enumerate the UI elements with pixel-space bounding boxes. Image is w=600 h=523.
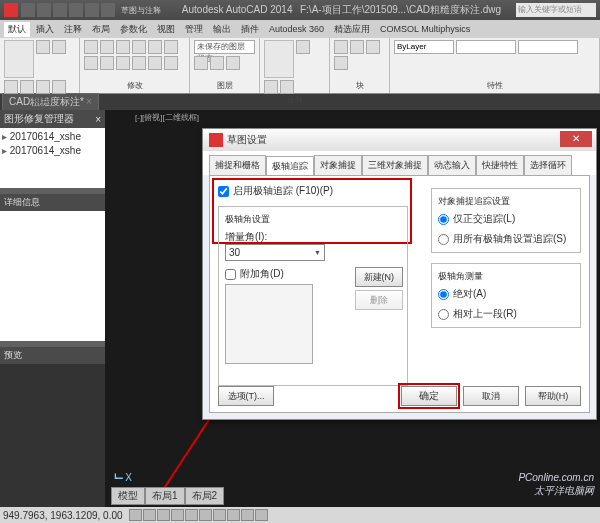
- tab-default[interactable]: 默认: [4, 22, 30, 37]
- tab-model[interactable]: 模型: [111, 487, 145, 505]
- tab-insert[interactable]: 插入: [32, 22, 58, 37]
- sc-toggle[interactable]: [255, 509, 268, 521]
- modify-icon[interactable]: [132, 40, 146, 54]
- dialog-titlebar[interactable]: 草图设置 ✕: [203, 129, 596, 151]
- qat-open-icon[interactable]: [37, 3, 51, 17]
- block-icon[interactable]: [366, 40, 380, 54]
- workspace-label[interactable]: 草图与注释: [121, 5, 161, 16]
- qp-toggle[interactable]: [241, 509, 254, 521]
- palette-header[interactable]: 图形修复管理器×: [0, 110, 105, 128]
- tab-output[interactable]: 输出: [209, 22, 235, 37]
- draw-icon[interactable]: [20, 80, 34, 94]
- tab-layout[interactable]: 布局: [88, 22, 114, 37]
- close-icon[interactable]: ✕: [560, 131, 592, 147]
- block-icon[interactable]: [350, 40, 364, 54]
- close-icon[interactable]: ×: [86, 96, 92, 107]
- tab-snap-grid[interactable]: 捕捉和栅格: [209, 155, 266, 175]
- qat-new-icon[interactable]: [21, 3, 35, 17]
- viewport-label[interactable]: [-][俯视][二维线框]: [135, 112, 199, 123]
- help-button[interactable]: 帮助(H): [525, 386, 581, 406]
- qat-redo-icon[interactable]: [85, 3, 99, 17]
- anno-icon[interactable]: [280, 80, 294, 94]
- tab-polar-tracking[interactable]: 极轴追踪: [266, 156, 314, 176]
- help-search-input[interactable]: 输入关键字或短语: [516, 3, 596, 17]
- dyn-toggle[interactable]: [213, 509, 226, 521]
- anno-icon[interactable]: [264, 80, 278, 94]
- layer-icon[interactable]: [226, 56, 240, 70]
- absolute-radio[interactable]: 绝对(A): [438, 287, 574, 301]
- group-legend: 极轴角测量: [438, 270, 574, 283]
- tree-node[interactable]: 20170614_xshe: [2, 144, 103, 158]
- recovery-tree[interactable]: 20170614_xshe 20170614_xshe: [0, 128, 105, 188]
- bylayer-lt-combo[interactable]: [518, 40, 578, 54]
- draw-icon[interactable]: [36, 80, 50, 94]
- draw-icon[interactable]: [52, 40, 66, 54]
- tab-quick-props[interactable]: 快捷特性: [476, 155, 524, 175]
- modify-icon[interactable]: [84, 40, 98, 54]
- text-button[interactable]: [264, 40, 294, 78]
- cancel-button[interactable]: 取消: [463, 386, 519, 406]
- enable-polar-input[interactable]: [218, 186, 229, 197]
- tab-addins[interactable]: 插件: [237, 22, 263, 37]
- tab-layout2[interactable]: 布局2: [185, 487, 225, 505]
- tab-3d-osnap[interactable]: 三维对象捕捉: [362, 155, 428, 175]
- modify-icon[interactable]: [148, 40, 162, 54]
- modify-icon[interactable]: [100, 56, 114, 70]
- bylayer-lw-combo[interactable]: [456, 40, 516, 54]
- modify-icon[interactable]: [116, 56, 130, 70]
- app-icon[interactable]: [4, 3, 18, 17]
- modify-icon[interactable]: [116, 40, 130, 54]
- modify-icon[interactable]: [100, 40, 114, 54]
- qat-undo-icon[interactable]: [69, 3, 83, 17]
- qat-save-icon[interactable]: [53, 3, 67, 17]
- close-icon[interactable]: ×: [95, 114, 101, 125]
- draw-icon[interactable]: [52, 80, 66, 94]
- draw-icon[interactable]: [36, 40, 50, 54]
- polar-toggle[interactable]: [171, 509, 184, 521]
- increment-combo[interactable]: 30 ▼: [225, 244, 325, 261]
- modify-icon[interactable]: [148, 56, 162, 70]
- osnap-toggle[interactable]: [185, 509, 198, 521]
- tab-dyn-input[interactable]: 动态输入: [428, 155, 476, 175]
- ortho-toggle[interactable]: [157, 509, 170, 521]
- tree-node[interactable]: 20170614_xshe: [2, 130, 103, 144]
- angles-listbox[interactable]: [225, 284, 313, 364]
- anno-icon[interactable]: [296, 40, 310, 54]
- relative-radio[interactable]: 相对上一段(R): [438, 307, 574, 321]
- coords-readout[interactable]: 949.7963, 1963.1209, 0.00: [3, 510, 123, 521]
- lwt-toggle[interactable]: [227, 509, 240, 521]
- tab-view[interactable]: 视图: [153, 22, 179, 37]
- modify-icon[interactable]: [132, 56, 146, 70]
- ucs-icon[interactable]: ┗━ X: [113, 472, 132, 483]
- options-button[interactable]: 选项(T)...: [218, 386, 274, 406]
- tab-a360[interactable]: Autodesk 360: [265, 23, 328, 35]
- ok-button[interactable]: 确定: [401, 386, 457, 406]
- tab-annotate[interactable]: 注释: [60, 22, 86, 37]
- tab-selection-cycling[interactable]: 选择循环: [524, 155, 572, 175]
- layerstate-combo[interactable]: 未保存的图层状态: [194, 40, 255, 54]
- all-polar-radio[interactable]: 用所有极轴角设置追踪(S): [438, 232, 574, 246]
- additional-angles-input[interactable]: [225, 269, 236, 280]
- block-icon[interactable]: [334, 56, 348, 70]
- ortho-only-radio[interactable]: 仅正交追踪(L): [438, 212, 574, 226]
- modify-icon[interactable]: [84, 56, 98, 70]
- tab-manage[interactable]: 管理: [181, 22, 207, 37]
- new-angle-button[interactable]: 新建(N): [355, 267, 404, 287]
- snap-toggle[interactable]: [129, 509, 142, 521]
- tab-osnap[interactable]: 对象捕捉: [314, 155, 362, 175]
- layer-icon[interactable]: [210, 56, 224, 70]
- draw-icon[interactable]: [4, 80, 18, 94]
- tab-featured[interactable]: 精选应用: [330, 22, 374, 37]
- otrack-toggle[interactable]: [199, 509, 212, 521]
- bylayer-color-combo[interactable]: ByLayer: [394, 40, 454, 54]
- grid-toggle[interactable]: [143, 509, 156, 521]
- block-icon[interactable]: [334, 40, 348, 54]
- modify-icon[interactable]: [164, 40, 178, 54]
- layer-icon[interactable]: [194, 56, 208, 70]
- modify-icon[interactable]: [164, 56, 178, 70]
- tab-layout1[interactable]: 布局1: [145, 487, 185, 505]
- tab-parametric[interactable]: 参数化: [116, 22, 151, 37]
- qat-print-icon[interactable]: [101, 3, 115, 17]
- line-button[interactable]: [4, 40, 34, 78]
- tab-comsol[interactable]: COMSOL Multiphysics: [376, 23, 474, 35]
